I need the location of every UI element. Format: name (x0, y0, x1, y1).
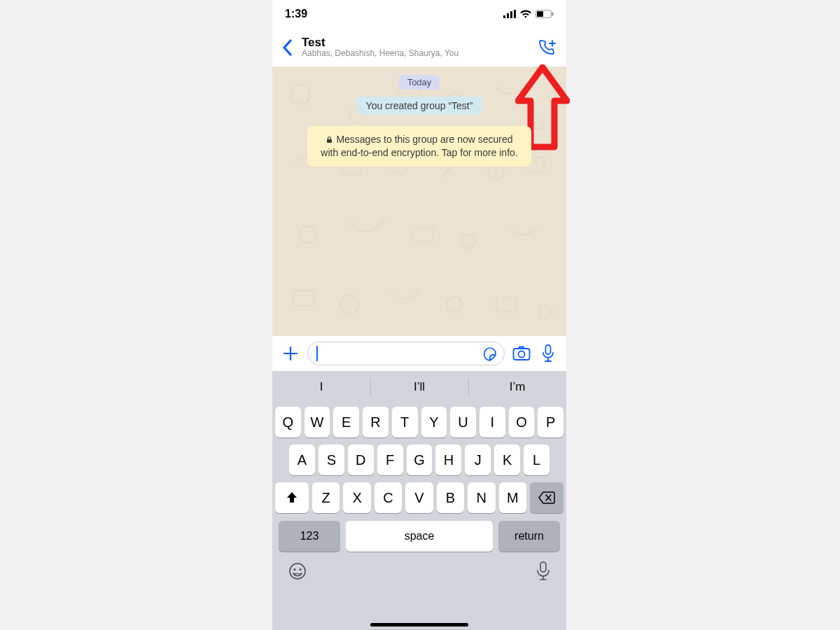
suggestion-1[interactable]: I (272, 371, 370, 403)
key-row-2: A S D F G H J K L (272, 441, 566, 479)
camera-icon (512, 346, 531, 361)
key-z[interactable]: Z (312, 482, 340, 513)
encryption-text: Messages to this group are now secured w… (321, 134, 517, 158)
key-row-1: Q W E R T Y U I O P (272, 403, 566, 441)
key-g[interactable]: G (407, 444, 433, 475)
svg-point-18 (461, 234, 475, 248)
chevron-left-icon (282, 39, 293, 56)
key-r[interactable]: R (363, 407, 388, 438)
key-i[interactable]: I (479, 407, 505, 438)
svg-point-23 (539, 305, 552, 318)
shift-icon (285, 491, 299, 505)
keyboard: I I’ll I’m Q W E R T Y U I O P A S D F G… (272, 371, 566, 630)
key-l[interactable]: L (524, 444, 550, 475)
camera-button[interactable] (512, 346, 531, 361)
svg-point-21 (447, 297, 462, 312)
key-q[interactable]: Q (275, 407, 301, 438)
svg-rect-5 (537, 11, 543, 17)
key-y[interactable]: Y (421, 407, 447, 438)
svg-rect-25 (514, 349, 530, 360)
key-a[interactable]: A (289, 444, 315, 475)
key-d[interactable]: D (348, 444, 374, 475)
sticker-icon (482, 346, 498, 361)
key-row-3: Z X C V B N M (272, 479, 566, 517)
keyboard-footer (272, 556, 566, 589)
key-space[interactable]: space (346, 521, 493, 552)
svg-rect-2 (510, 11, 512, 18)
call-button[interactable] (534, 38, 559, 57)
svg-rect-27 (546, 345, 551, 354)
svg-point-30 (299, 568, 301, 570)
phone-plus-icon (536, 38, 557, 57)
sticker-button[interactable] (482, 346, 498, 361)
key-u[interactable]: U (450, 407, 476, 438)
svg-point-7 (290, 85, 310, 104)
svg-point-20 (340, 295, 358, 314)
key-c[interactable]: C (374, 482, 402, 513)
microphone-icon (541, 344, 555, 363)
svg-point-26 (519, 351, 525, 358)
svg-point-11 (532, 116, 545, 129)
svg-rect-6 (552, 13, 554, 16)
suggestion-3[interactable]: I’m (468, 371, 566, 403)
key-j[interactable]: J (465, 444, 491, 475)
key-b[interactable]: B (437, 482, 464, 513)
status-time: 1:39 (285, 8, 307, 20)
voice-button[interactable] (538, 344, 558, 363)
svg-point-29 (293, 568, 295, 570)
key-w[interactable]: W (304, 407, 330, 438)
suggestion-2[interactable]: I’ll (370, 371, 468, 403)
key-h[interactable]: H (435, 444, 461, 475)
svg-rect-1 (507, 13, 509, 18)
chat-title: Test (302, 36, 528, 50)
key-row-bottom: 123 space return (272, 517, 566, 556)
key-t[interactable]: T (392, 407, 418, 438)
dictation-button[interactable] (536, 561, 551, 584)
back-button[interactable] (279, 39, 296, 56)
microphone-icon (536, 561, 551, 581)
key-p[interactable]: P (538, 407, 564, 438)
key-shift[interactable] (275, 482, 309, 513)
key-x[interactable]: X (343, 482, 370, 513)
svg-point-28 (290, 564, 305, 579)
key-e[interactable]: E (333, 407, 359, 438)
wifi-icon (519, 10, 532, 18)
home-indicator[interactable] (370, 623, 468, 626)
emoji-button[interactable] (288, 561, 307, 584)
battery-icon (536, 10, 554, 18)
key-backspace[interactable] (530, 482, 564, 513)
key-return[interactable]: return (498, 521, 560, 552)
text-caret (316, 346, 318, 361)
svg-rect-19 (293, 290, 314, 306)
status-bar: 1:39 (272, 0, 566, 28)
svg-rect-24 (327, 139, 332, 143)
chat-area[interactable]: Today You created group “Test” Messages … (272, 66, 566, 336)
svg-rect-0 (503, 15, 505, 18)
chat-subtitle: Aabhas, Debashish, Heena, Shaurya, You (302, 49, 528, 58)
encryption-notice[interactable]: Messages to this group are now secured w… (307, 126, 531, 167)
date-separator: Today (399, 75, 440, 90)
chat-title-block[interactable]: Test Aabhas, Debashish, Heena, Shaurya, … (302, 36, 528, 59)
lock-icon (326, 136, 333, 144)
key-m[interactable]: M (499, 482, 526, 513)
chat-header: Test Aabhas, Debashish, Heena, Shaurya, … (272, 28, 566, 66)
svg-rect-17 (412, 227, 433, 241)
cellular-icon (503, 10, 516, 18)
key-v[interactable]: V (405, 482, 433, 513)
phone-frame: 1:39 Test Aabhas, Debashish, Heena, Shau… (272, 0, 566, 630)
svg-rect-3 (514, 10, 516, 18)
key-o[interactable]: O (509, 407, 535, 438)
plus-icon (282, 345, 299, 362)
key-s[interactable]: S (318, 444, 344, 475)
message-input[interactable] (307, 342, 505, 365)
key-f[interactable]: F (377, 444, 403, 475)
backspace-icon (538, 491, 555, 504)
svg-point-16 (299, 226, 316, 243)
attach-button[interactable] (281, 345, 300, 362)
key-k[interactable]: K (494, 444, 520, 475)
status-icons (503, 10, 554, 18)
key-numbers[interactable]: 123 (279, 521, 340, 552)
emoji-icon (288, 561, 307, 581)
key-n[interactable]: N (468, 482, 495, 513)
suggestion-row: I I’ll I’m (272, 371, 566, 403)
